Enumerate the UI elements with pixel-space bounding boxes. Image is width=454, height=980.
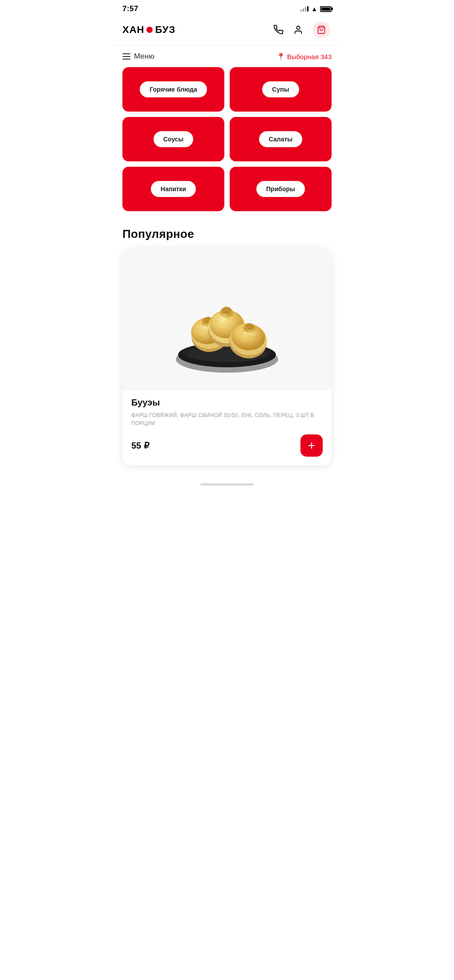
menu-toggle-button[interactable]: Меню [122, 52, 154, 61]
category-soups[interactable]: Супы [230, 67, 332, 112]
location-text: Выборная 343 [287, 53, 332, 60]
wifi-icon: ▲ [311, 5, 317, 12]
logo-text-left: ХАН [122, 24, 144, 36]
category-hot[interactable]: Горячие блюда [122, 67, 224, 112]
logo: ХАН БУЗ [122, 24, 175, 36]
product-description: ФАРШ ГОВЯЖИЙ, ФАРШ СВИНОЙ 50/50, ЛУК, СО… [131, 411, 323, 427]
profile-button[interactable] [292, 23, 305, 36]
category-sauces[interactable]: Соусы [122, 117, 224, 161]
svg-point-0 [296, 26, 300, 29]
category-salads[interactable]: Салаты [230, 117, 332, 161]
header-icons [272, 20, 332, 40]
location-button[interactable]: 📍 Выборная 343 [276, 52, 332, 61]
category-drinks-label: Напитки [151, 181, 196, 197]
logo-text-right: БУЗ [155, 24, 175, 36]
status-icons: ▲ [300, 5, 332, 12]
product-info: Бууэы ФАРШ ГОВЯЖИЙ, ФАРШ СВИНОЙ 50/50, Л… [122, 390, 332, 427]
add-to-cart-button[interactable]: + [300, 434, 323, 457]
menu-label: Меню [134, 52, 154, 61]
categories-grid: Горячие блюда Супы Соусы Салаты Напитки … [114, 67, 340, 220]
location-pin-icon: 📍 [276, 52, 285, 61]
category-cutlery-label: Приборы [256, 181, 305, 197]
product-price: 55 ₽ [131, 440, 150, 451]
product-card: Бууэы ФАРШ ГОВЯЖИЙ, ФАРШ СВИНОЙ 50/50, Л… [122, 248, 332, 466]
popular-section-title: Популярное [114, 220, 340, 248]
category-cutlery[interactable]: Приборы [230, 167, 332, 211]
product-name: Бууэы [131, 398, 323, 408]
add-icon: + [308, 439, 315, 452]
phone-icon [274, 25, 284, 35]
status-bar: 7:57 ▲ [114, 0, 340, 16]
home-indicator [114, 474, 340, 490]
phone-button[interactable] [272, 23, 285, 36]
category-salads-label: Салаты [259, 131, 303, 147]
cart-icon [317, 25, 326, 34]
product-food-image [165, 261, 289, 377]
hamburger-icon [122, 53, 130, 60]
status-time: 7:57 [122, 4, 138, 13]
category-sauces-label: Соусы [154, 131, 194, 147]
signal-icon [300, 6, 308, 12]
header: ХАН БУЗ [114, 16, 340, 46]
cart-button[interactable] [311, 20, 332, 40]
category-hot-label: Горячие блюда [140, 81, 207, 97]
logo-dot [146, 27, 153, 33]
cart-icon-wrap [313, 21, 330, 38]
product-footer: 55 ₽ + [122, 434, 332, 457]
profile-icon [293, 25, 303, 35]
battery-icon [320, 6, 332, 12]
home-bar [200, 483, 254, 486]
product-image-area [122, 248, 332, 390]
category-drinks[interactable]: Напитки [122, 167, 224, 211]
category-soups-label: Супы [262, 81, 299, 97]
sub-header: Меню 📍 Выборная 343 [114, 46, 340, 67]
